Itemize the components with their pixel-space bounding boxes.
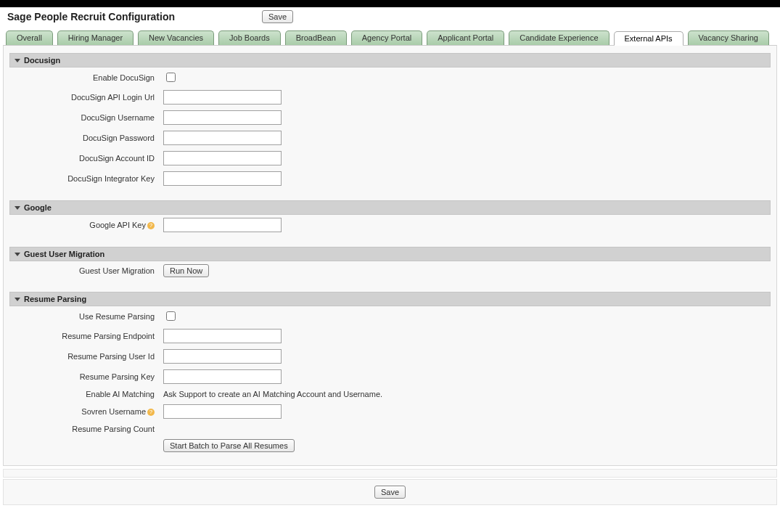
- input-resume-user-id[interactable]: [163, 349, 282, 364]
- help-icon[interactable]: ?: [147, 222, 155, 229]
- section-guest-migration: Guest User Migration Guest User Migratio…: [9, 247, 771, 280]
- input-google-api-key[interactable]: [163, 218, 282, 232]
- footer-bar: Save: [3, 479, 777, 505]
- label-resume-parsing-count: Resume Parsing Count: [9, 425, 163, 433]
- label-docusign-account-id: DocuSign Account ID: [9, 154, 163, 163]
- label-sovren-username: Sovren Username?: [9, 407, 163, 416]
- collapse-icon: [15, 253, 20, 256]
- input-docusign-integrator-key[interactable]: [163, 171, 282, 186]
- main-panel: Docusign Enable DocuSign DocuSign API Lo…: [3, 45, 777, 466]
- label-resume-user-id: Resume Parsing User Id: [9, 352, 163, 361]
- save-button-bottom[interactable]: Save: [374, 486, 406, 499]
- section-title: Google: [24, 203, 52, 212]
- tab-applicant-portal[interactable]: Applicant Portal: [427, 30, 504, 45]
- section-resume-parsing: Resume Parsing Use Resume Parsing Resume…: [9, 292, 771, 455]
- section-header-guest[interactable]: Guest User Migration: [9, 247, 771, 261]
- section-google: Google Google API Key?: [9, 200, 771, 235]
- section-header-resume[interactable]: Resume Parsing: [9, 292, 771, 306]
- label-docusign-integrator-key: DocuSign Integrator Key: [9, 174, 163, 183]
- section-title: Docusign: [24, 56, 60, 65]
- label-google-api-key: Google API Key?: [9, 221, 163, 229]
- tab-hiring-manager[interactable]: Hiring Manager: [57, 30, 134, 45]
- label-docusign-username: DocuSign Username: [9, 113, 163, 122]
- section-title: Guest User Migration: [24, 250, 104, 258]
- tab-vacancy-sharing[interactable]: Vacancy Sharing: [688, 30, 769, 45]
- section-title: Resume Parsing: [24, 295, 86, 303]
- label-enable-ai-matching: Enable AI Matching: [9, 390, 163, 398]
- tab-agency-portal[interactable]: Agency Portal: [351, 30, 422, 45]
- start-batch-button[interactable]: Start Batch to Parse All Resumes: [163, 439, 295, 452]
- page-title: Sage People Recruit Configuration: [7, 11, 175, 22]
- section-header-docusign[interactable]: Docusign: [9, 53, 771, 67]
- label-enable-docusign: Enable DocuSign: [9, 73, 163, 82]
- collapse-icon: [15, 206, 20, 210]
- checkbox-use-resume-parsing[interactable]: [166, 311, 176, 321]
- collapse-icon: [15, 298, 20, 301]
- tab-broadbean[interactable]: BroadBean: [285, 30, 347, 45]
- label-use-resume-parsing: Use Resume Parsing: [9, 312, 163, 321]
- page-header: Sage People Recruit Configuration Save: [0, 7, 780, 30]
- note-ai-matching: Ask Support to create an AI Matching Acc…: [163, 390, 382, 398]
- checkbox-enable-docusign[interactable]: [166, 73, 176, 82]
- input-docusign-username[interactable]: [163, 110, 282, 125]
- input-resume-key[interactable]: [163, 369, 282, 384]
- input-docusign-password[interactable]: [163, 131, 282, 145]
- label-resume-endpoint: Resume Parsing Endpoint: [9, 332, 163, 340]
- label-docusign-password: DocuSign Password: [9, 134, 163, 142]
- tab-new-vacancies[interactable]: New Vacancies: [138, 30, 214, 45]
- input-sovren-username[interactable]: [163, 404, 282, 419]
- tab-overall[interactable]: Overall: [6, 30, 53, 45]
- run-now-button[interactable]: Run Now: [163, 264, 209, 277]
- section-docusign: Docusign Enable DocuSign DocuSign API Lo…: [9, 53, 771, 189]
- help-icon[interactable]: ?: [147, 409, 155, 416]
- input-docusign-account-id[interactable]: [163, 151, 282, 165]
- label-docusign-login-url: DocuSign API Login Url: [9, 93, 163, 102]
- top-black-bar: [0, 0, 780, 7]
- tab-external-apis[interactable]: External APIs: [614, 31, 683, 46]
- tab-job-boards[interactable]: Job Boards: [218, 30, 281, 45]
- collapse-icon: [15, 59, 20, 62]
- section-header-google[interactable]: Google: [9, 200, 771, 215]
- input-docusign-login-url[interactable]: [163, 90, 282, 105]
- separator-bar: [3, 469, 777, 478]
- label-resume-key: Resume Parsing Key: [9, 372, 163, 381]
- tab-bar: Overall Hiring Manager New Vacancies Job…: [0, 30, 780, 45]
- input-resume-endpoint[interactable]: [163, 329, 282, 343]
- tab-candidate-experience[interactable]: Candidate Experience: [509, 30, 609, 45]
- label-guest-migration: Guest User Migration: [9, 266, 163, 275]
- save-button-top[interactable]: Save: [262, 10, 293, 23]
